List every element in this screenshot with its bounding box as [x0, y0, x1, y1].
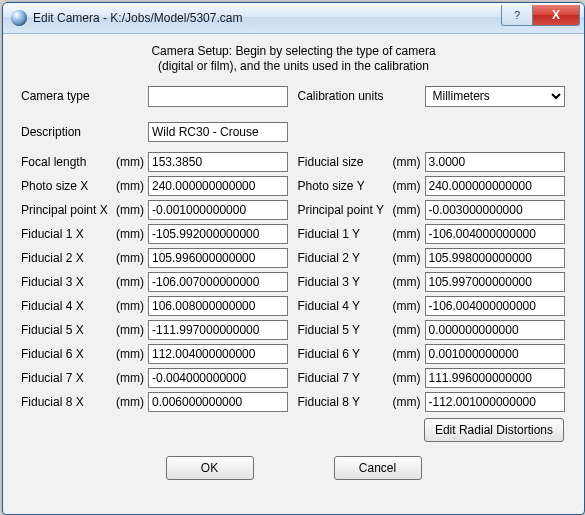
fiducial_size-label: Fiducial size — [298, 155, 393, 169]
f5y-unit: (mm) — [393, 323, 425, 337]
setup-line2: (digital or film), and the units used in… — [21, 59, 566, 74]
titlebar[interactable]: Edit Camera - K:/Jobs/Model/5307.cam ? X — [3, 3, 584, 34]
f7x-label: Fiducial 7 X — [21, 371, 116, 385]
f1y-label: Fiducial 1 Y — [298, 227, 393, 241]
f1x-input[interactable] — [148, 224, 288, 244]
photo_y-input[interactable] — [425, 176, 565, 196]
f2y-unit: (mm) — [393, 251, 425, 265]
f1y-unit: (mm) — [393, 227, 425, 241]
f1y-input[interactable] — [425, 224, 565, 244]
camera-type-label: Camera type — [21, 89, 116, 103]
f7y-input[interactable] — [425, 368, 565, 388]
description-input[interactable] — [148, 122, 288, 142]
f3y-unit: (mm) — [393, 275, 425, 289]
f2y-label: Fiducial 2 Y — [298, 251, 393, 265]
f5x-label: Fiducial 5 X — [21, 323, 116, 337]
pp_y-input[interactable] — [425, 200, 565, 220]
photo_x-unit: (mm) — [116, 179, 148, 193]
focal-input[interactable] — [148, 152, 288, 172]
f4y-unit: (mm) — [393, 299, 425, 313]
edit-radial-button[interactable]: Edit Radial Distortions — [424, 418, 564, 442]
f4y-label: Fiducial 4 Y — [298, 299, 393, 313]
f3x-input[interactable] — [148, 272, 288, 292]
photo_x-label: Photo size X — [21, 179, 116, 193]
f3x-label: Fiducial 3 X — [21, 275, 116, 289]
f8y-label: Fiducial 8 Y — [298, 395, 393, 409]
fiducial_size-unit: (mm) — [393, 155, 425, 169]
fiducial_size-input[interactable] — [425, 152, 565, 172]
calib-units-select[interactable]: Millimeters — [425, 86, 565, 107]
f6y-unit: (mm) — [393, 347, 425, 361]
photo_y-label: Photo size Y — [298, 179, 393, 193]
edit-camera-window: Edit Camera - K:/Jobs/Model/5307.cam ? X… — [2, 2, 585, 515]
f8x-input[interactable] — [148, 392, 288, 412]
pp_y-unit: (mm) — [393, 203, 425, 217]
f7x-input[interactable] — [148, 368, 288, 388]
f5y-label: Fiducial 5 Y — [298, 323, 393, 337]
camera-type-select[interactable]: Scanned film — [148, 86, 288, 107]
f4x-unit: (mm) — [116, 299, 148, 313]
f3x-unit: (mm) — [116, 275, 148, 289]
f1x-unit: (mm) — [116, 227, 148, 241]
pp_y-label: Principal point Y — [298, 203, 393, 217]
close-button[interactable]: X — [533, 5, 580, 26]
description-label: Description — [21, 125, 116, 139]
f4x-label: Fiducial 4 X — [21, 299, 116, 313]
ok-button[interactable]: OK — [166, 456, 254, 480]
photo_x-input[interactable] — [148, 176, 288, 196]
photo_y-unit: (mm) — [393, 179, 425, 193]
f4x-input[interactable] — [148, 296, 288, 316]
focal-label: Focal length — [21, 155, 116, 169]
f7y-unit: (mm) — [393, 371, 425, 385]
f8y-unit: (mm) — [393, 395, 425, 409]
pp_x-input[interactable] — [148, 200, 288, 220]
f8x-unit: (mm) — [116, 395, 148, 409]
pp_x-unit: (mm) — [116, 203, 148, 217]
f2x-unit: (mm) — [116, 251, 148, 265]
f5x-input[interactable] — [148, 320, 288, 340]
pp_x-label: Principal point X — [21, 203, 116, 217]
f7y-label: Fiducial 7 Y — [298, 371, 393, 385]
f4y-input[interactable] — [425, 296, 565, 316]
f3y-input[interactable] — [425, 272, 565, 292]
f8x-label: Fiducial 8 X — [21, 395, 116, 409]
f6x-unit: (mm) — [116, 347, 148, 361]
f6x-input[interactable] — [148, 344, 288, 364]
f2x-label: Fiducial 2 X — [21, 251, 116, 265]
f6x-label: Fiducial 6 X — [21, 347, 116, 361]
f6y-label: Fiducial 6 Y — [298, 347, 393, 361]
calib-units-label: Calibration units — [298, 89, 393, 103]
f1x-label: Fiducial 1 X — [21, 227, 116, 241]
focal-unit: (mm) — [116, 155, 148, 169]
f3y-label: Fiducial 3 Y — [298, 275, 393, 289]
f7x-unit: (mm) — [116, 371, 148, 385]
window-title: Edit Camera - K:/Jobs/Model/5307.cam — [33, 11, 501, 25]
f2x-input[interactable] — [148, 248, 288, 268]
f5x-unit: (mm) — [116, 323, 148, 337]
f5y-input[interactable] — [425, 320, 565, 340]
help-button[interactable]: ? — [501, 5, 533, 26]
setup-line1: Camera Setup: Begin by selecting the typ… — [21, 44, 566, 59]
app-icon — [11, 10, 27, 26]
f2y-input[interactable] — [425, 248, 565, 268]
f6y-input[interactable] — [425, 344, 565, 364]
f8y-input[interactable] — [425, 392, 565, 412]
cancel-button[interactable]: Cancel — [334, 456, 422, 480]
